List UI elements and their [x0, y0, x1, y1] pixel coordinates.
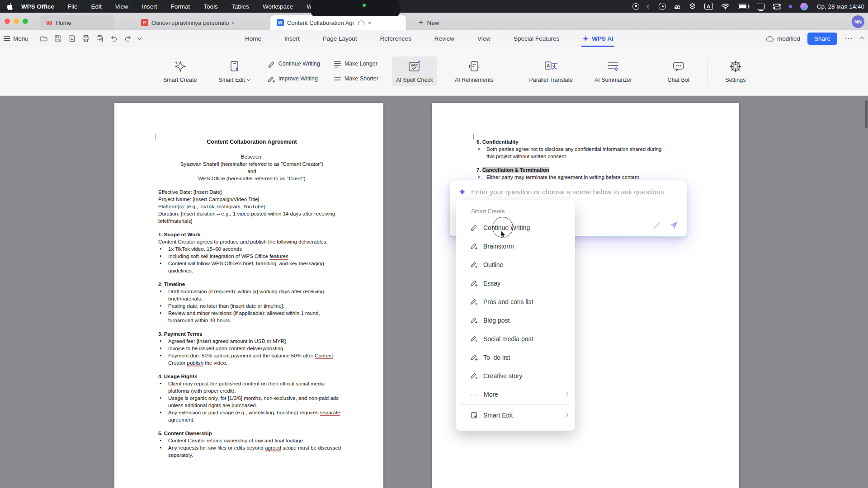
screen-record-icon[interactable] [632, 3, 639, 10]
menu-item-essay[interactable]: Essay [456, 274, 575, 292]
page2-content: 6. Confidentiality Both parties agree no… [476, 103, 664, 181]
menu-item-brainstorm[interactable]: Brainstorm [456, 237, 575, 255]
tab-home[interactable]: W Home [40, 15, 114, 30]
menu-item-social-media-post[interactable]: Social media post [456, 329, 575, 348]
menubar-item-edit[interactable]: Edit [91, 3, 102, 10]
smart-edit-icon [228, 60, 241, 73]
export-icon[interactable] [68, 34, 76, 42]
vertical-scrollbar[interactable] [865, 100, 868, 128]
menu-item-blog-post[interactable]: Blog post [456, 311, 575, 329]
ribbon-tab-page-layout[interactable]: Page Layout [322, 30, 358, 47]
ai-summarizer-button[interactable]: AI Summarizer [590, 56, 636, 86]
apple-menu-icon[interactable] [6, 3, 13, 10]
make-shorter-button[interactable]: Make Shorter [334, 75, 378, 83]
battery-icon[interactable] [738, 4, 749, 9]
ai-prompt-actions [652, 220, 679, 230]
ribbon-tab-view[interactable]: View [476, 30, 491, 47]
ae-input-icon[interactable]: æ [674, 3, 680, 10]
menu-item-pros-and-cons-list[interactable]: Pros and cons list [456, 292, 575, 311]
menu-item-to-do-list[interactable]: To–do list [456, 348, 575, 366]
display-icon[interactable] [757, 4, 765, 9]
menubar-status-area: æ A Ср, 28 мая 14:40 [632, 0, 864, 13]
bullet-item: Usage is organic only, for [1/3/6] month… [158, 394, 345, 409]
pen-plus-icon [470, 353, 478, 361]
menubar-item-tables[interactable]: Tables [231, 3, 249, 10]
ribbon-tab-wps-ai-active[interactable]: WPS AI [581, 30, 614, 47]
chevron-right-icon [564, 392, 569, 397]
ribbon-tab-home[interactable]: Home [244, 30, 262, 47]
sync-status[interactable]: modified [766, 35, 800, 42]
menubar-item-tools[interactable]: Tools [203, 3, 218, 10]
status-dot-icon [789, 5, 792, 8]
menubar-item-app[interactable]: WPS Office [21, 3, 54, 10]
menu-item-creative-story[interactable]: Creative story [456, 366, 575, 385]
menu-item-outline[interactable]: Outline [456, 255, 575, 274]
menu-item-more[interactable]: ··· More [456, 385, 575, 404]
play-circle-icon[interactable] [659, 3, 666, 10]
margin-mark [350, 134, 356, 140]
menubar-item-workspace[interactable]: Workspace [263, 3, 293, 10]
ai-refinements-button[interactable]: AI Refinements [451, 56, 497, 86]
pen-plus-icon [470, 335, 478, 343]
send-icon[interactable] [669, 220, 679, 230]
bullet-item: Any requests for raw files or edits beyo… [158, 444, 345, 459]
ai-spell-check-button[interactable]: ABC AI Spell Check [392, 56, 437, 86]
menu-item-smart-edit[interactable]: Smart Edit [456, 406, 575, 424]
magic-wand-icon[interactable] [652, 220, 662, 230]
smart-edit-button[interactable]: Smart Edit [214, 56, 254, 86]
smart-edit-icon [470, 411, 478, 419]
section-heading: 5. Content Ownership [158, 430, 345, 437]
main-menu-button[interactable]: Menu [4, 35, 28, 42]
siri-icon[interactable] [800, 3, 808, 10]
ai-prompt-input[interactable]: Enter your question or choose a scene be… [450, 180, 687, 196]
menubar-clock[interactable]: Ср, 28 мая 14:40 [817, 3, 864, 10]
section-cancellation-termination: 7. Cancellation & Termination Either par… [476, 166, 664, 181]
bullet-item: Review and minor revisions (if applicabl… [158, 310, 345, 324]
zoom-window-button[interactable] [23, 19, 28, 24]
minimize-window-button[interactable] [14, 19, 19, 24]
share-button[interactable]: Share [807, 33, 837, 45]
menubar-item-format[interactable]: Format [171, 3, 190, 10]
bullet-item: Both parties agree not to disclose any c… [476, 145, 664, 160]
print-icon[interactable] [82, 34, 90, 42]
user-avatar[interactable]: NN [852, 15, 864, 28]
length-actions-group: Make Longer Make Shorter [334, 60, 378, 83]
new-tab-button[interactable]: + New [419, 15, 439, 30]
settings-button[interactable]: Settings [721, 56, 750, 86]
bullet-item: Draft submission (if required): within [… [158, 288, 345, 302]
print-preview-icon[interactable] [96, 34, 104, 42]
document-page-1[interactable]: Content Collaboration Agreement Between:… [114, 103, 383, 488]
ribbon-tab-special-features[interactable]: Special Features [513, 30, 560, 47]
ribbon-tab-insert[interactable]: Insert [283, 30, 301, 47]
open-folder-icon[interactable] [40, 34, 48, 42]
improve-writing-button[interactable]: Improve Writing [268, 75, 320, 83]
input-source-icon[interactable]: A [704, 3, 713, 10]
make-longer-button[interactable]: Make Longer [334, 60, 378, 68]
section-intro: Content Creator agrees to produce and pu… [158, 238, 345, 245]
save-icon[interactable] [54, 34, 62, 42]
smart-create-button[interactable]: Smart Create [159, 56, 201, 86]
control-center-icon[interactable] [773, 4, 781, 9]
more-options-icon[interactable]: ··· [844, 34, 853, 42]
menubar-item-view[interactable]: View [115, 3, 128, 10]
chevron-left-icon[interactable] [647, 4, 651, 9]
undo-icon[interactable] [110, 34, 118, 42]
wifi-icon[interactable] [721, 3, 730, 9]
tab-pdf-document[interactable]: P Osnovi upravlinnya personalo [135, 15, 270, 30]
menu-item-continue-writing[interactable]: Continue Writing [456, 218, 575, 237]
chevron-down-icon[interactable] [137, 35, 142, 40]
menubar-item-insert[interactable]: Insert [142, 3, 157, 10]
redo-icon[interactable] [124, 34, 132, 42]
plus-icon: + [419, 18, 424, 28]
collapse-ribbon-icon[interactable] [860, 36, 864, 41]
ribbon-tab-review[interactable]: Review [434, 30, 455, 47]
close-window-button[interactable] [5, 19, 10, 24]
chat-bot-button[interactable]: Chat Bot [664, 56, 694, 86]
stage-manager-icon[interactable] [689, 3, 696, 10]
tab-writer-document-active[interactable]: W Content Collaboration Agr [270, 15, 406, 30]
ribbon-tab-references[interactable]: References [379, 30, 412, 47]
continue-writing-button[interactable]: Continue Writing [268, 60, 320, 68]
menubar-item-file[interactable]: File [68, 3, 78, 10]
bullet-item: Any extension or paid usage (e.g., white… [158, 409, 345, 423]
parallel-translate-button[interactable]: A Parallel Translate [525, 56, 577, 86]
